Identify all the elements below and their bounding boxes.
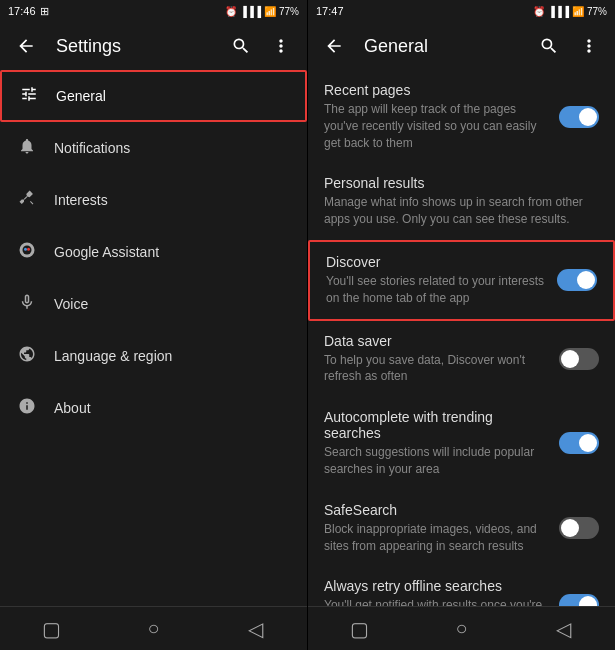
setting-offline-searches-desc: You'll get notified with results once yo… <box>324 597 551 606</box>
right-alarm-icon: ⏰ <box>533 6 545 17</box>
right-battery: 77% <box>587 6 607 17</box>
setting-data-saver-title: Data saver <box>324 333 551 349</box>
right-recents-button[interactable]: ▢ <box>339 609 379 649</box>
left-status-right: ⏰ ▐▐▐ 📶 77% <box>225 6 299 17</box>
setting-personal-results-title: Personal results <box>324 175 591 191</box>
right-back-nav-button[interactable]: ◁ <box>544 609 584 649</box>
left-toolbar: Settings <box>0 22 307 70</box>
setting-data-saver[interactable]: Data saver To help you save data, Discov… <box>308 321 615 398</box>
right-time: 17:47 <box>316 5 344 17</box>
svg-point-1 <box>23 245 32 254</box>
left-bottom-bar: ▢ ○ ◁ <box>0 606 307 650</box>
setting-discover-text: Discover You'll see stories related to y… <box>326 254 557 307</box>
right-status-left: 17:47 <box>316 5 344 17</box>
setting-autocomplete-desc: Search suggestions will include popular … <box>324 444 551 478</box>
setting-recent-pages[interactable]: Recent pages The app will keep track of … <box>308 70 615 163</box>
left-whatsapp-icon: ⊞ <box>40 5 49 18</box>
svg-point-3 <box>27 247 30 250</box>
setting-safesearch-text: SafeSearch Block inappropriate images, v… <box>324 502 559 555</box>
sliders-icon <box>18 85 40 108</box>
sidebar-item-about[interactable]: About <box>0 382 307 434</box>
right-status-right: ⏰ ▐▐▐ 📶 77% <box>533 6 607 17</box>
setting-personal-results-desc: Manage what info shows up in search from… <box>324 194 591 228</box>
sidebar-item-interests[interactable]: Interests <box>0 174 307 226</box>
right-home-button[interactable]: ○ <box>441 609 481 649</box>
right-panel: 17:47 ⏰ ▐▐▐ 📶 77% General Recent pages T… <box>307 0 615 650</box>
right-toolbar-title: General <box>356 36 527 57</box>
left-back-nav-button[interactable]: ◁ <box>236 609 276 649</box>
right-settings-list: Recent pages The app will keep track of … <box>308 70 615 606</box>
left-battery: 77% <box>279 6 299 17</box>
assistant-icon <box>16 241 38 264</box>
setting-recent-pages-desc: The app will keep track of the pages you… <box>324 101 551 151</box>
autocomplete-toggle[interactable] <box>559 432 599 454</box>
right-wifi-icon: 📶 <box>572 6 584 17</box>
left-panel: 17:46 ⊞ ⏰ ▐▐▐ 📶 77% Settings General <box>0 0 307 650</box>
setting-offline-searches-title: Always retry offline searches <box>324 578 551 594</box>
setting-discover[interactable]: Discover You'll see stories related to y… <box>308 240 615 321</box>
sidebar-item-general[interactable]: General <box>0 70 307 122</box>
setting-data-saver-desc: To help you save data, Discover won't re… <box>324 352 551 386</box>
setting-personal-results-text: Personal results Manage what info shows … <box>324 175 599 228</box>
right-bottom-bar: ▢ ○ ◁ <box>308 606 615 650</box>
globe-icon <box>16 345 38 368</box>
left-nav-list: General Notifications Interests Google A… <box>0 70 307 606</box>
right-search-button[interactable] <box>531 28 567 64</box>
setting-discover-desc: You'll see stories related to your inter… <box>326 273 549 307</box>
discover-toggle[interactable] <box>557 269 597 291</box>
left-home-button[interactable]: ○ <box>133 609 173 649</box>
right-toolbar: General <box>308 22 615 70</box>
sidebar-item-google-assistant[interactable]: Google Assistant <box>0 226 307 278</box>
left-alarm-icon: ⏰ <box>225 6 237 17</box>
sidebar-item-label-notifications: Notifications <box>54 140 130 156</box>
left-signal-icon: ▐▐▐ <box>240 6 261 17</box>
setting-recent-pages-title: Recent pages <box>324 82 551 98</box>
left-wifi-icon: 📶 <box>264 6 276 17</box>
setting-offline-searches[interactable]: Always retry offline searches You'll get… <box>308 566 615 606</box>
sidebar-item-label-interests: Interests <box>54 192 108 208</box>
left-status-left: 17:46 ⊞ <box>8 5 49 18</box>
sidebar-item-label-general: General <box>56 88 106 104</box>
setting-data-saver-text: Data saver To help you save data, Discov… <box>324 333 559 386</box>
setting-recent-pages-text: Recent pages The app will keep track of … <box>324 82 559 151</box>
sidebar-item-label-google-assistant: Google Assistant <box>54 244 159 260</box>
left-recents-button[interactable]: ▢ <box>31 609 71 649</box>
bell-icon <box>16 137 38 160</box>
setting-autocomplete-text: Autocomplete with trending searches Sear… <box>324 409 559 478</box>
safesearch-toggle[interactable] <box>559 517 599 539</box>
info-icon <box>16 397 38 420</box>
right-more-button[interactable] <box>571 28 607 64</box>
left-back-button[interactable] <box>8 28 44 64</box>
data-saver-toggle[interactable] <box>559 348 599 370</box>
sidebar-item-notifications[interactable]: Notifications <box>0 122 307 174</box>
left-more-button[interactable] <box>263 28 299 64</box>
mic-icon <box>16 293 38 316</box>
setting-safesearch-title: SafeSearch <box>324 502 551 518</box>
sidebar-item-label-about: About <box>54 400 91 416</box>
setting-safesearch-desc: Block inappropriate images, videos, and … <box>324 521 551 555</box>
setting-offline-searches-text: Always retry offline searches You'll get… <box>324 578 559 606</box>
right-signal-icon: ▐▐▐ <box>548 6 569 17</box>
sidebar-item-label-language: Language & region <box>54 348 172 364</box>
left-toolbar-title: Settings <box>48 36 219 57</box>
setting-autocomplete[interactable]: Autocomplete with trending searches Sear… <box>308 397 615 490</box>
left-status-bar: 17:46 ⊞ ⏰ ▐▐▐ 📶 77% <box>0 0 307 22</box>
left-time: 17:46 <box>8 5 36 17</box>
setting-safesearch[interactable]: SafeSearch Block inappropriate images, v… <box>308 490 615 567</box>
setting-autocomplete-title: Autocomplete with trending searches <box>324 409 551 441</box>
left-search-button[interactable] <box>223 28 259 64</box>
wrench-icon <box>16 189 38 212</box>
sidebar-item-label-voice: Voice <box>54 296 88 312</box>
offline-searches-toggle[interactable] <box>559 594 599 606</box>
setting-discover-title: Discover <box>326 254 549 270</box>
right-status-bar: 17:47 ⏰ ▐▐▐ 📶 77% <box>308 0 615 22</box>
right-back-button[interactable] <box>316 28 352 64</box>
setting-personal-results[interactable]: Personal results Manage what info shows … <box>308 163 615 240</box>
sidebar-item-language[interactable]: Language & region <box>0 330 307 382</box>
recent-pages-toggle[interactable] <box>559 106 599 128</box>
sidebar-item-voice[interactable]: Voice <box>0 278 307 330</box>
svg-point-2 <box>24 247 27 250</box>
